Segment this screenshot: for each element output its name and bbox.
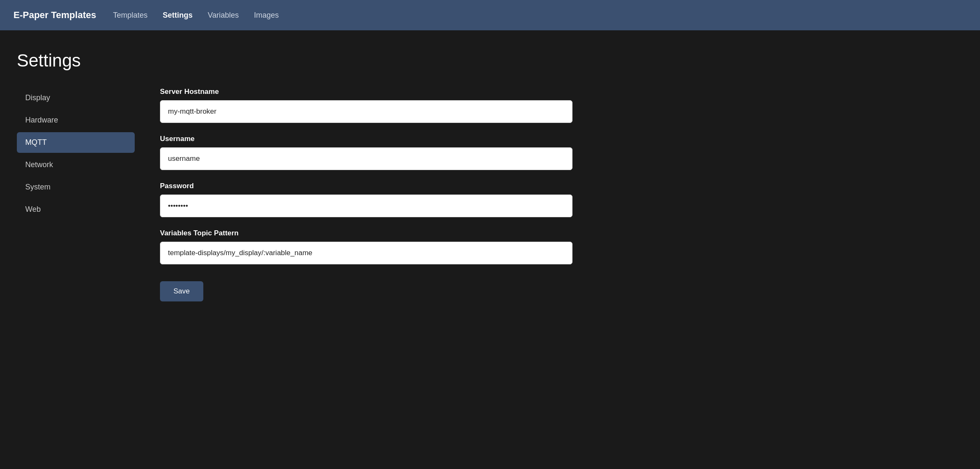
- sidebar-item-display[interactable]: Display: [17, 88, 135, 108]
- sidebar: Display Hardware MQTT Network System Web: [17, 88, 135, 301]
- nav-link-variables[interactable]: Variables: [208, 11, 239, 20]
- page-title: Settings: [17, 51, 573, 71]
- nav-link-images[interactable]: Images: [254, 11, 279, 20]
- main-content: Settings Display Hardware MQTT Network S…: [0, 30, 589, 322]
- nav-link-settings[interactable]: Settings: [163, 11, 193, 20]
- sidebar-item-mqtt[interactable]: MQTT: [17, 132, 135, 153]
- password-group: Password: [160, 182, 573, 217]
- nav-links: Templates Settings Variables Images: [113, 11, 279, 20]
- hostname-label: Server Hostname: [160, 88, 573, 96]
- app-brand: E-Paper Templates: [13, 10, 96, 21]
- password-label: Password: [160, 182, 573, 190]
- sidebar-item-hardware[interactable]: Hardware: [17, 110, 135, 131]
- save-button[interactable]: Save: [160, 281, 203, 301]
- sidebar-item-network[interactable]: Network: [17, 155, 135, 175]
- password-input[interactable]: [160, 195, 573, 217]
- hostname-group: Server Hostname: [160, 88, 573, 123]
- variables-topic-group: Variables Topic Pattern: [160, 229, 573, 264]
- username-input[interactable]: [160, 147, 573, 170]
- content-layout: Display Hardware MQTT Network System Web…: [17, 88, 573, 301]
- username-group: Username: [160, 135, 573, 170]
- username-label: Username: [160, 135, 573, 143]
- variables-topic-input[interactable]: [160, 242, 573, 264]
- sidebar-item-system[interactable]: System: [17, 177, 135, 197]
- sidebar-item-web[interactable]: Web: [17, 199, 135, 220]
- variables-topic-label: Variables Topic Pattern: [160, 229, 573, 237]
- hostname-input[interactable]: [160, 100, 573, 123]
- navbar: E-Paper Templates Templates Settings Var…: [0, 0, 980, 30]
- settings-form: Server Hostname Username Password Variab…: [160, 88, 573, 301]
- nav-link-templates[interactable]: Templates: [113, 11, 147, 20]
